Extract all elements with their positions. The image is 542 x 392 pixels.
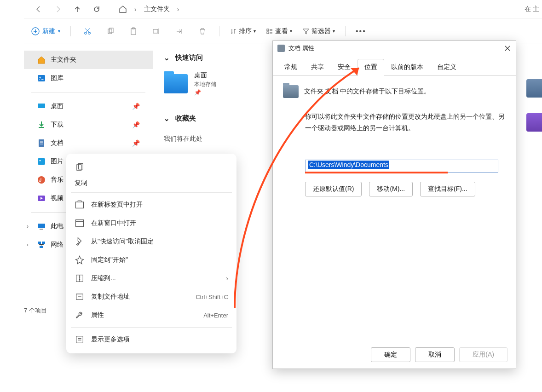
desktop-icon xyxy=(37,102,46,111)
gallery-icon xyxy=(37,74,46,83)
svg-rect-20 xyxy=(38,242,41,244)
path-icon xyxy=(75,292,85,302)
video-icon xyxy=(37,194,46,203)
cancel-button[interactable]: 取消 xyxy=(415,347,455,362)
ctx-pin-start[interactable]: 固定到"开始" xyxy=(66,251,236,269)
dialog-tabs: 常规 共享 安全 位置 以前的版本 自定义 xyxy=(273,58,516,76)
chevron-down-icon: ▾ xyxy=(254,29,256,34)
breadcrumb-root[interactable]: 主文件夹 xyxy=(144,5,170,13)
tab-security[interactable]: 安全 xyxy=(331,59,357,76)
move-button[interactable]: 移动(M)... xyxy=(369,182,413,196)
sort-button[interactable]: 排序 ▾ xyxy=(230,27,256,35)
svg-rect-25 xyxy=(75,202,83,208)
ctx-unpin-quick[interactable]: 从"快速访问"取消固定 xyxy=(66,232,236,251)
address-bar: › 主文件夹 › 在 主 xyxy=(24,0,542,18)
svg-rect-18 xyxy=(38,224,45,228)
properties-dialog: 文档 属性 常规 共享 安全 位置 以前的版本 自定义 文件夹 文档 中的文件存… xyxy=(272,40,516,369)
svg-rect-5 xyxy=(131,29,136,35)
sidebar-item-home[interactable]: 主文件夹 xyxy=(24,51,153,69)
unpin-icon xyxy=(75,236,85,247)
chevron-right-icon: › xyxy=(177,6,179,13)
svg-point-11 xyxy=(40,77,41,78)
apply-button[interactable]: 应用(A) xyxy=(459,347,507,362)
sidebar-item-documents[interactable]: 文档 📌 xyxy=(24,134,153,152)
wrench-icon xyxy=(75,310,85,320)
network-icon xyxy=(37,240,46,249)
tab-share[interactable]: 共享 xyxy=(304,59,331,76)
ctx-properties[interactable]: 属性 Alt+Enter xyxy=(66,306,236,324)
dialog-titlebar[interactable]: 文档 属性 xyxy=(273,41,516,56)
find-target-button[interactable]: 查找目标(F)... xyxy=(420,182,475,196)
pin-icon: 📌 xyxy=(132,103,140,110)
svg-rect-9 xyxy=(267,32,269,34)
ctx-open-new-window[interactable]: 在新窗口中打开 xyxy=(66,214,236,232)
svg-rect-21 xyxy=(42,242,45,244)
svg-rect-7 xyxy=(153,29,158,33)
chevron-right-icon: › xyxy=(226,275,228,282)
context-menu: 复制 在新标签页中打开 在新窗口中打开 从"快速访问"取消固定 固定到"开始" … xyxy=(66,154,236,353)
delete-button[interactable] xyxy=(196,25,209,38)
back-button[interactable] xyxy=(32,3,45,16)
folder-item-desktop[interactable]: 桌面 本地存储 📌 xyxy=(164,71,256,96)
ctx-more-options[interactable]: 显示更多选项 xyxy=(66,330,236,349)
ctx-copy-path[interactable]: 复制文件地址 Ctrl+Shift+C xyxy=(66,288,236,306)
location-headline: 文件夹 文档 中的文件存储于以下目标位置。 xyxy=(304,87,430,96)
tab-icon xyxy=(75,200,85,210)
cut-button[interactable] xyxy=(81,25,94,38)
svg-point-16 xyxy=(38,176,45,184)
tab-custom[interactable]: 自定义 xyxy=(430,59,463,76)
picture-icon xyxy=(37,157,46,166)
paste-button[interactable] xyxy=(127,25,140,38)
chevron-down-icon: ▾ xyxy=(58,29,60,34)
svg-rect-22 xyxy=(40,246,43,248)
sidebar-item-desktop[interactable]: 桌面 📌 xyxy=(24,97,153,115)
tab-previous[interactable]: 以前的版本 xyxy=(384,59,430,76)
svg-rect-29 xyxy=(76,336,83,343)
pin-icon: 📌 xyxy=(194,89,216,96)
zip-icon xyxy=(75,273,85,283)
chevron-right-icon: › xyxy=(134,6,137,13)
status-bar: 7 个项目 xyxy=(24,306,47,315)
restore-default-button[interactable]: 还原默认值(R) xyxy=(305,182,362,196)
tab-general[interactable]: 常规 xyxy=(277,59,304,76)
share-button[interactable] xyxy=(173,25,186,38)
document-icon xyxy=(37,138,46,148)
view-button[interactable]: 查看 ▾ xyxy=(266,27,292,35)
download-icon xyxy=(37,120,46,129)
refresh-button[interactable] xyxy=(90,3,103,16)
music-icon xyxy=(37,175,46,184)
ctx-compress[interactable]: 压缩到... › xyxy=(66,269,236,288)
chevron-down-icon: ⌄ xyxy=(164,115,170,123)
ctx-copy-icon-row[interactable] xyxy=(66,158,236,177)
home-icon xyxy=(119,5,127,13)
search-box-hint[interactable]: 在 主 xyxy=(525,0,542,18)
tab-location[interactable]: 位置 xyxy=(357,59,384,76)
folder-icon xyxy=(164,74,188,93)
location-description: 你可以将此文件夹中文件存储的位置更改为此硬盘上的另一个位置、另一个驱动器或网络上… xyxy=(305,111,506,134)
forward-button[interactable] xyxy=(52,3,64,16)
annotation-underline-path xyxy=(305,172,448,173)
more-button[interactable]: ••• xyxy=(356,27,366,35)
sidebar-item-gallery[interactable]: 图库 xyxy=(24,69,153,87)
chevron-right-icon: › xyxy=(27,242,29,248)
sidebar-item-downloads[interactable]: 下载 📌 xyxy=(24,115,153,134)
new-button[interactable]: 新建 ▾ xyxy=(31,27,60,35)
rename-button[interactable] xyxy=(150,25,163,38)
ctx-open-new-tab[interactable]: 在新标签页中打开 xyxy=(66,196,236,214)
filter-button[interactable]: 筛选器 ▾ xyxy=(302,27,335,35)
svg-point-15 xyxy=(40,160,41,161)
window-icon xyxy=(75,218,85,228)
ok-button[interactable]: 确定 xyxy=(371,347,410,362)
pc-icon xyxy=(37,222,46,231)
copy-button[interactable] xyxy=(104,25,117,38)
svg-rect-13 xyxy=(39,139,44,147)
close-button[interactable] xyxy=(502,43,513,54)
up-button[interactable] xyxy=(71,3,84,16)
chevron-down-icon: ▾ xyxy=(333,29,335,34)
pin-icon xyxy=(75,255,85,265)
svg-rect-19 xyxy=(40,229,43,230)
folder-icon xyxy=(277,45,285,52)
path-input[interactable]: C:\Users\Windy\Documents xyxy=(305,160,498,173)
breadcrumb[interactable]: › 主文件夹 › xyxy=(119,5,179,13)
folder-icon xyxy=(283,85,299,98)
